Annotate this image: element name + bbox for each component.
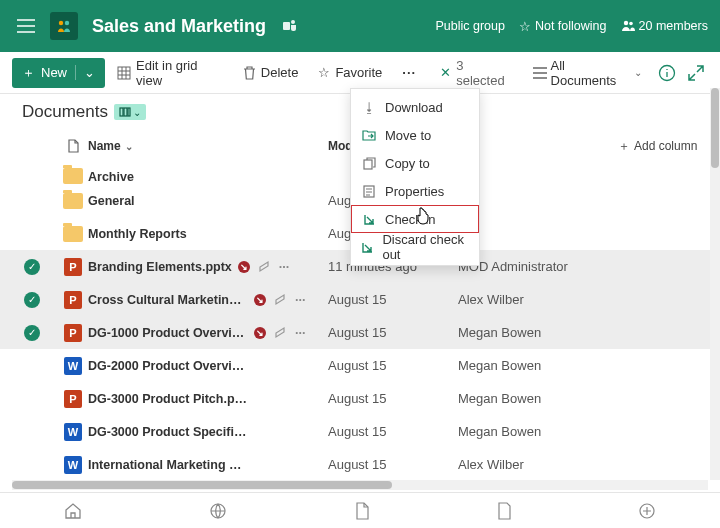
file-name: Branding Elements.pptx [88,260,232,274]
checked-out-badge: ↘ [254,327,266,339]
modified-cell: August 15 [328,391,458,406]
teams-icon[interactable] [282,18,298,34]
nav-files-icon[interactable] [354,502,370,520]
modified-cell: August 15 [328,457,458,472]
menu-discard-check-out[interactable]: Discard check out [351,233,479,261]
menu-download[interactable]: ⭳Download [351,93,479,121]
site-title[interactable]: Sales and Marketing [92,16,266,37]
star-icon: ☆ [318,65,330,80]
share-icon[interactable] [274,293,287,306]
share-icon[interactable] [258,260,271,273]
row-overflow-icon[interactable]: ··· [295,326,305,340]
clear-selection-icon: ✕ [440,65,451,80]
file-row[interactable]: WDG-3000 Product Specification.docxAugus… [0,415,712,448]
chevron-down-icon: ⌄ [75,65,95,80]
view-switcher[interactable]: All Documents ⌄ [525,54,650,92]
docx-icon: W [64,357,82,375]
site-logo[interactable] [50,12,78,40]
site-header: Sales and Marketing Public group ☆ Not f… [0,0,720,52]
modified-by-cell: Megan Bowen [458,325,618,340]
trash-icon [243,66,256,80]
svg-point-1 [65,21,69,25]
nav-globe-icon[interactable] [209,502,227,520]
file-name: DG-2000 Product Overview.docx [88,359,248,373]
overflow-button[interactable]: ··· [394,61,424,84]
checkin-icon [361,213,377,226]
horizontal-scrollbar[interactable] [12,480,708,490]
docx-icon: W [64,423,82,441]
row-overflow-icon[interactable]: ··· [295,293,305,307]
add-column-button[interactable]: ＋Add column [618,138,712,155]
favorite-button[interactable]: ☆ Favorite [310,61,390,84]
folder-icon [63,193,83,209]
row-overflow-icon[interactable]: ··· [279,260,289,274]
modified-by-cell: Megan Bowen [458,424,618,439]
edit-grid-button[interactable]: Edit in grid view [109,54,231,92]
vertical-scrollbar[interactable] [710,88,720,480]
column-header-name[interactable]: Name⌄ [88,139,328,153]
file-row[interactable]: PDG-3000 Product Pitch.pptxAugust 15Mega… [0,382,712,415]
svg-point-0 [59,21,63,25]
modified-by-cell: Megan Bowen [458,391,618,406]
file-name: Monthly Reports [88,227,187,241]
file-row[interactable]: WInternational Marketing Campaigns.docxA… [0,448,712,481]
menu-properties[interactable]: Properties [351,177,479,205]
file-row[interactable]: ✓PDG-1000 Product Overview.p...↘···Augus… [0,316,712,349]
folder-icon [63,168,83,184]
pptx-icon: P [64,390,82,408]
library-title: Documents [22,102,108,122]
modified-cell: August 15 [328,424,458,439]
svg-point-5 [629,22,633,26]
file-name: DG-1000 Product Overview.p... [88,326,248,340]
chevron-down-icon: ⌄ [634,67,642,78]
checkmark-icon[interactable]: ✓ [24,259,40,275]
modified-by-cell: Megan Bowen [458,358,618,373]
cursor-pointer-icon [414,206,432,226]
expand-icon[interactable] [684,61,708,85]
copyto-icon [361,157,377,170]
file-row[interactable]: ✓PCross Cultural Marketing Ca...↘···Augu… [0,283,712,316]
hamburger-menu[interactable] [12,12,40,40]
context-menu: ⭳Download Move to Copy to Properties Che… [350,88,480,266]
new-button[interactable]: ＋ New ⌄ [12,58,105,88]
file-row[interactable]: WDG-2000 Product Overview.docxAugust 15M… [0,349,712,382]
column-header-type-icon[interactable] [58,139,88,153]
follow-button[interactable]: ☆ Not following [519,19,607,34]
menu-copy-to[interactable]: Copy to [351,149,479,177]
nav-page-icon[interactable] [497,502,511,520]
grid-icon [117,66,131,80]
info-icon[interactable] [654,60,680,86]
checkmark-icon[interactable]: ✓ [24,325,40,341]
file-name: International Marketing Campaigns.docx [88,458,248,472]
svg-point-3 [291,20,295,24]
file-name: Cross Cultural Marketing Ca... [88,293,248,307]
group-type[interactable]: Public group [435,19,505,33]
svg-point-4 [623,21,627,25]
pptx-icon: P [64,324,82,342]
checkmark-icon[interactable]: ✓ [24,292,40,308]
nav-home-icon[interactable] [64,502,82,520]
moveto-icon [361,129,377,141]
modified-by-cell: MOD Administrator [458,259,618,274]
docx-icon: W [64,456,82,474]
nav-add-icon[interactable] [638,502,656,520]
star-icon: ☆ [519,19,531,34]
svg-rect-9 [124,108,127,116]
share-icon[interactable] [274,326,287,339]
modified-cell: August 15 [328,292,458,307]
svg-rect-10 [128,108,130,116]
delete-button[interactable]: Delete [235,61,307,84]
checked-out-badge: ↘ [254,294,266,306]
selection-count[interactable]: ✕ 3 selected [432,54,520,92]
file-name: DG-3000 Product Pitch.pptx [88,392,248,406]
modified-cell: August 15 [328,358,458,373]
folder-icon [63,226,83,242]
members-button[interactable]: 20 members [621,19,708,33]
menu-move-to[interactable]: Move to [351,121,479,149]
svg-rect-2 [283,22,290,30]
file-name: Archive [88,170,134,184]
plus-icon: ＋ [22,64,35,82]
people-icon [621,20,635,32]
view-type-toggle[interactable]: ⌄ [114,104,146,120]
download-icon: ⭳ [361,100,377,115]
